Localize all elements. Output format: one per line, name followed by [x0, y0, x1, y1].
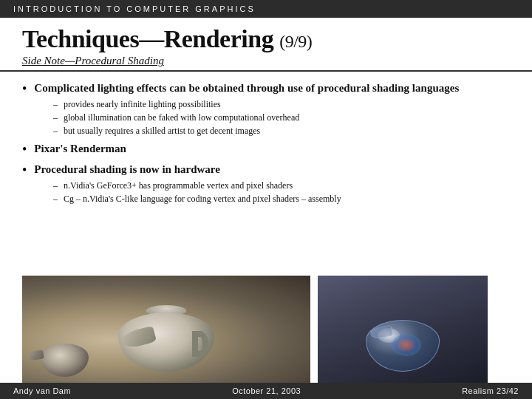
sub-bullet-3-1: – n.Vidia's GeForce3+ has programmable v… — [53, 180, 510, 192]
bullet-text-2: Pixar's Renderman — [34, 141, 126, 156]
main-title: Techniques—Rendering (9/9) — [22, 25, 510, 53]
glass-teapot-scene — [318, 276, 488, 383]
dash-3-2: – — [53, 194, 58, 205]
teapot-large — [103, 294, 229, 375]
title-text: Techniques—Rendering — [22, 25, 273, 52]
glass-teapot-image — [318, 276, 488, 383]
dash-1-1: – — [53, 99, 58, 110]
sub-bullet-text-3-2: Cg – n.Vidia's C-like language for codin… — [64, 193, 341, 205]
sub-bullets-1: – provides nearly infinite lighting poss… — [53, 98, 510, 137]
bullet-dot-1: • — [22, 81, 27, 97]
bullet-item-2: • Pixar's Renderman — [22, 141, 510, 157]
side-note: Side Note—Procedural Shading — [22, 55, 510, 67]
sub-bullet-1-3: – but usually requires a skilled artist … — [53, 125, 510, 137]
sub-bullet-1-1: – provides nearly infinite lighting poss… — [53, 98, 510, 111]
teapot-small — [41, 344, 89, 377]
sub-bullet-text-3-1: n.Vidia's GeForce3+ has programmable ver… — [64, 180, 293, 192]
glass-teapot-body — [366, 320, 440, 372]
bullet-item-3: • Procedural shading is now in hardware — [22, 162, 510, 178]
sub-bullets-3: – n.Vidia's GeForce3+ has programmable v… — [53, 180, 510, 205]
footer-bar: Andy van Dam October 21, 2003 Realism 23… — [0, 383, 532, 399]
footer-date: October 21, 2003 — [232, 386, 301, 395]
bullet-text-1: Complicated lighting effects can be obta… — [34, 81, 459, 95]
teapot-body-small — [41, 344, 89, 377]
sub-bullet-text-1-1: provides nearly infinite lighting possib… — [64, 98, 221, 111]
page-num: (9/9) — [279, 32, 312, 51]
header-text: INTRODUCTION TO COMPUTER GRAPHICS — [13, 4, 256, 13]
bullet-text-3: Procedural shading is now in hardware — [34, 162, 220, 177]
glass-refraction — [392, 334, 421, 356]
teapot-scene — [22, 276, 310, 383]
images-row — [22, 276, 510, 383]
clay-teapots-image — [22, 276, 310, 383]
sub-bullet-text-1-2: global illumination can be faked with lo… — [64, 112, 299, 124]
bullet-dot-3: • — [22, 163, 27, 178]
dash-1-2: – — [53, 112, 58, 123]
bullet-dot-2: • — [22, 142, 27, 157]
dash-3-1: – — [53, 180, 58, 191]
teapot-spout-main — [120, 326, 157, 350]
teapot-handle-main — [192, 331, 208, 357]
dash-1-3: – — [53, 126, 58, 137]
sub-bullet-text-1-3: but usually requires a skilled artist to… — [64, 125, 260, 137]
teapot-body-main — [118, 313, 214, 372]
bullet-text-bold-2: Pixar's Renderman — [34, 143, 126, 154]
content-area: • Complicated lighting effects can be ob… — [0, 72, 532, 271]
footer-author: Andy van Dam — [13, 386, 71, 395]
header-bar: INTRODUCTION TO COMPUTER GRAPHICS — [0, 0, 532, 18]
title-area: Techniques—Rendering (9/9) Side Note—Pro… — [0, 18, 532, 72]
slide: INTRODUCTION TO COMPUTER GRAPHICS Techni… — [0, 0, 532, 399]
bullet-text-bold-1: Complicated lighting effects can be obta… — [34, 82, 459, 94]
sub-bullet-1-2: – global illumination can be faked with … — [53, 112, 510, 124]
bullet-item-1: • Complicated lighting effects can be ob… — [22, 81, 510, 97]
sub-bullet-3-2: – Cg – n.Vidia's C-like language for cod… — [53, 193, 510, 205]
footer-right: Realism 23/42 — [462, 386, 519, 395]
bullet-text-bold-3: Procedural shading is now in hardware — [34, 163, 220, 175]
